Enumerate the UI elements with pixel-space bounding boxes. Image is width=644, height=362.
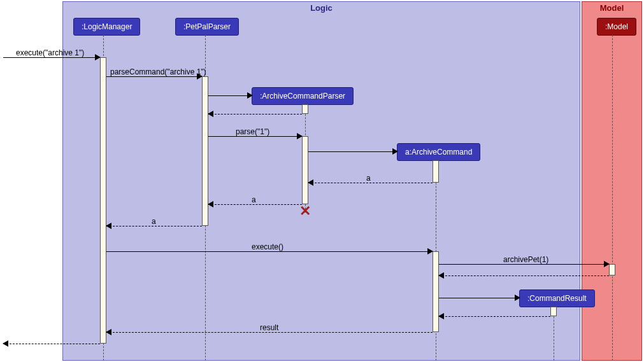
arrowhead-return-a1 bbox=[308, 179, 313, 186]
arrowhead-parsecommand bbox=[197, 73, 203, 80]
participant-archive-command-parser: :ArchiveCommandParser bbox=[252, 87, 354, 105]
activation-ac-1 bbox=[433, 160, 439, 183]
participant-command-result: :CommandResult bbox=[519, 289, 595, 307]
msg-execute-empty: execute() bbox=[252, 242, 283, 251]
arrow-archive-pet bbox=[439, 264, 609, 265]
arrowhead-result bbox=[106, 329, 111, 335]
arrow-return-acp1 bbox=[208, 114, 302, 115]
activation-model bbox=[609, 264, 615, 275]
msg-return-a1: a bbox=[366, 174, 371, 183]
logic-frame: Logic bbox=[62, 1, 580, 361]
arrowhead-archive-pet bbox=[604, 261, 610, 267]
arrowhead-return-a2 bbox=[208, 201, 213, 207]
arrow-create-ac bbox=[308, 151, 397, 152]
arrow-create-cr bbox=[439, 298, 520, 298]
arrow-return-external bbox=[3, 344, 100, 344]
arrow-execute-empty bbox=[106, 251, 433, 252]
arrow-return-a2 bbox=[208, 204, 302, 205]
arrowhead-return-acp1 bbox=[208, 111, 213, 117]
participant-archive-command: a:ArchiveCommand bbox=[397, 143, 480, 161]
arrow-create-acp bbox=[208, 95, 252, 96]
activation-acp-2 bbox=[302, 136, 308, 204]
participant-model: :Model bbox=[597, 18, 636, 36]
arrowhead-create-ac bbox=[392, 148, 398, 155]
arrowhead-create-acp bbox=[247, 92, 253, 99]
logic-frame-label: Logic bbox=[310, 2, 333, 14]
msg-return-a2: a bbox=[252, 195, 256, 204]
arrow-return-a1 bbox=[308, 183, 433, 183]
activation-acp-1 bbox=[302, 104, 308, 114]
msg-archive-pet: archivePet(1) bbox=[503, 255, 548, 264]
msg-execute1: execute("archive 1") bbox=[16, 48, 84, 57]
msg-parse1: parse("1") bbox=[236, 127, 269, 136]
arrow-execute1 bbox=[3, 57, 100, 58]
arrow-result bbox=[106, 332, 433, 333]
activation-command-result bbox=[550, 307, 557, 316]
arrow-return-a3 bbox=[106, 226, 202, 226]
arrowhead-return-model bbox=[438, 272, 444, 279]
arrow-return-cr bbox=[439, 316, 550, 317]
arrowhead-execute1 bbox=[95, 54, 101, 60]
arrowhead-return-a3 bbox=[106, 223, 111, 229]
arrowhead-create-cr bbox=[515, 295, 520, 301]
lifeline-model bbox=[612, 35, 613, 361]
sequence-diagram: Logic Model :LogicManager :PetPalParser … bbox=[0, 0, 644, 362]
arrowhead-execute-empty bbox=[427, 248, 433, 254]
activation-logic-manager bbox=[100, 57, 106, 344]
destroy-acp-icon: ✕ bbox=[299, 203, 311, 219]
arrow-parsecommand bbox=[106, 76, 202, 77]
model-frame-label: Model bbox=[600, 2, 624, 14]
arrowhead-parse1 bbox=[297, 133, 303, 139]
msg-return-a3: a bbox=[152, 217, 156, 226]
arrowhead-return-cr bbox=[438, 313, 444, 319]
msg-result: result bbox=[260, 323, 278, 332]
participant-logic-manager: :LogicManager bbox=[73, 18, 140, 36]
participant-petpal-parser: :PetPalParser bbox=[175, 18, 239, 36]
msg-parsecommand: parseCommand("archive 1") bbox=[110, 67, 206, 76]
activation-ac-2 bbox=[433, 251, 439, 332]
arrow-parse1 bbox=[208, 136, 302, 137]
arrow-return-model bbox=[439, 275, 609, 276]
arrowhead-return-external bbox=[3, 340, 8, 347]
